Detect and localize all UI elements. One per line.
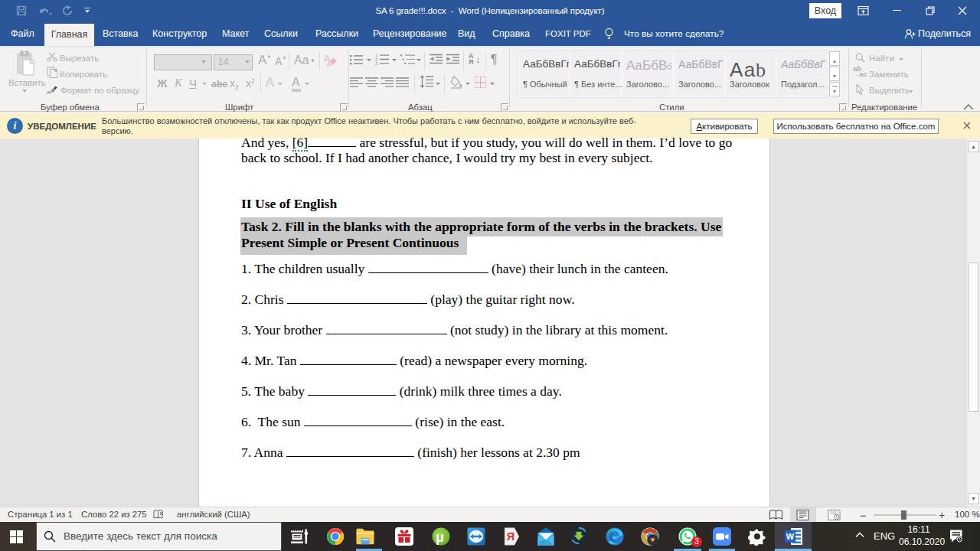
svg-text:W: W: [786, 532, 795, 541]
svg-text:µ: µ: [436, 529, 444, 545]
svg-text:3: 3: [375, 61, 377, 65]
svg-text:Я: Я: [507, 530, 514, 543]
